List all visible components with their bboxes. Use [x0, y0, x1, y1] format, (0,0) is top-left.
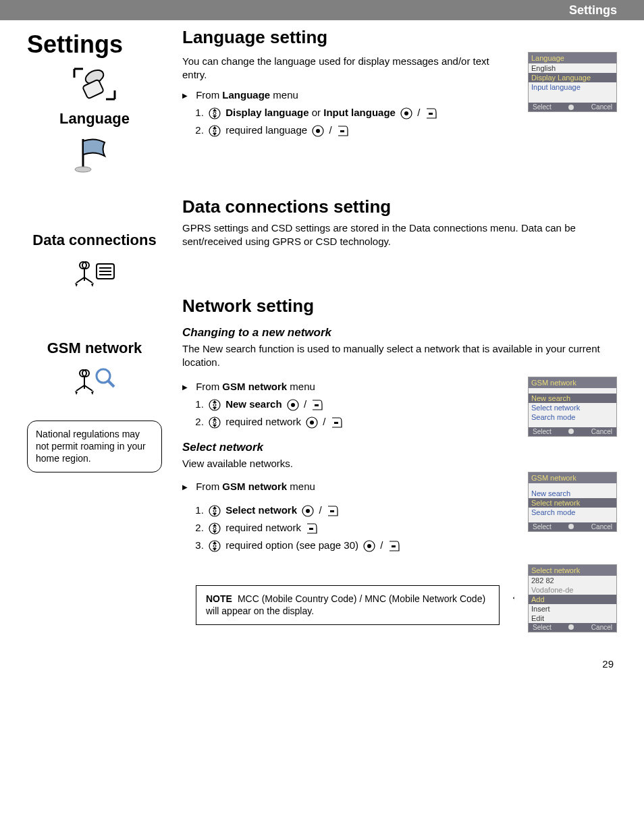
data-connections-section: Data connections setting GPRS settings a… [182, 196, 617, 249]
sidebar-language-label: Language [27, 110, 162, 128]
language-screenshot: Language English Display Language Input … [528, 52, 617, 112]
svg-marker-61 [213, 541, 217, 544]
nav-updown-icon [208, 398, 221, 412]
select-network-steps: Select network / required network [182, 502, 514, 555]
sidebar-gsm-label: GSM network [27, 340, 162, 357]
nav-updown-icon [208, 522, 221, 535]
center-key-icon [286, 398, 300, 412]
data-body: GPRS settings and CSD settings are store… [182, 221, 617, 249]
select-network-body: View available networks. [182, 457, 514, 470]
softkey-icon [425, 107, 438, 120]
header-title: Settings [569, 3, 617, 18]
center-key-icon [305, 416, 319, 429]
softkey-icon [305, 522, 319, 535]
new-search-step-1: New search / [207, 396, 514, 414]
svg-marker-57 [213, 531, 217, 533]
center-key-icon [363, 539, 376, 553]
main-content: Language setting You can change the lang… [162, 20, 617, 632]
language-section: Language setting You can change the lang… [182, 27, 617, 149]
svg-point-37 [213, 404, 216, 406]
language-step-1: Display language or Input language / [207, 105, 514, 122]
svg-rect-33 [340, 130, 344, 132]
language-from-line: From Language menu [182, 89, 514, 101]
changing-network-body: The New search function is used to manua… [182, 342, 617, 370]
svg-rect-40 [315, 404, 319, 406]
svg-point-39 [291, 403, 295, 407]
network-heading: Network setting [182, 296, 617, 317]
network-screenshots-column: GSM network New search Select network Se… [528, 377, 617, 540]
center-key-icon [311, 124, 325, 138]
center-key-icon [400, 107, 413, 120]
svg-marker-7 [75, 283, 78, 287]
gsm-screenshot-1: GSM network New search Select network Se… [528, 377, 617, 437]
svg-point-25 [404, 111, 408, 115]
changing-network-title: Changing to a new network [182, 326, 617, 340]
gsm-screenshot-2: GSM network New search Select network Se… [528, 472, 617, 532]
svg-point-53 [306, 509, 310, 513]
gsm-from-line-2: From GSM network menu [182, 481, 514, 492]
sidebar-data-label: Data connections [27, 232, 162, 249]
svg-point-3 [75, 167, 91, 172]
svg-rect-59 [309, 528, 313, 530]
softkey-icon [330, 416, 344, 429]
flag-icon [27, 130, 162, 178]
softkey-icon [336, 124, 350, 138]
svg-marker-8 [91, 283, 94, 287]
svg-marker-29 [213, 133, 217, 136]
sidebar-language-block: Language [27, 60, 162, 178]
svg-marker-35 [213, 400, 217, 403]
data-connections-icon [27, 252, 162, 299]
language-heading: Language setting [182, 27, 617, 48]
nav-updown-icon [208, 107, 221, 120]
roaming-callout: National regulations may not permit roam… [27, 421, 162, 472]
svg-marker-56 [213, 524, 217, 526]
svg-line-19 [108, 381, 114, 387]
svg-marker-49 [213, 506, 217, 509]
svg-rect-54 [330, 510, 334, 512]
svg-marker-21 [213, 109, 217, 111]
language-intro: You can change the language used for dis… [182, 55, 514, 82]
svg-rect-1 [82, 79, 104, 99]
svg-marker-28 [213, 126, 217, 129]
nav-updown-icon [208, 124, 221, 138]
softkey-icon [387, 539, 401, 553]
svg-point-65 [367, 544, 371, 548]
new-search-steps: New search / required network / [182, 396, 514, 431]
language-steps: Display language or Input language / req… [182, 105, 514, 140]
svg-point-51 [213, 510, 216, 512]
note-box: NOTEMCC (Mobile Country Code) / MNC (Mob… [196, 585, 500, 626]
softkey-icon [326, 504, 340, 518]
svg-point-44 [213, 421, 216, 424]
select-network-title: Select network [182, 441, 514, 454]
note-label: NOTE [206, 593, 232, 604]
nav-updown-icon [208, 416, 221, 429]
sidebar: Settings Language Data connect [27, 20, 162, 632]
language-step-2: required language / [207, 122, 514, 140]
settings-phone-icon [27, 60, 162, 107]
svg-marker-43 [213, 425, 217, 427]
sidebar-title: Settings [27, 30, 162, 59]
gsm-network-icon [27, 360, 162, 407]
header-bar: Settings [0, 0, 644, 20]
page-number: 29 [602, 658, 614, 670]
svg-marker-16 [75, 391, 78, 395]
nav-updown-icon [208, 504, 221, 518]
new-search-step-2: required network / [207, 414, 514, 431]
svg-rect-26 [429, 113, 433, 115]
svg-rect-47 [334, 422, 338, 424]
svg-marker-36 [213, 407, 217, 410]
svg-point-63 [213, 545, 216, 547]
note-screenshot: Select network 282 82 Vodafone-de Add In… [528, 564, 617, 632]
data-heading: Data connections setting [182, 196, 617, 217]
network-section: Network setting Changing to a new networ… [182, 296, 617, 632]
arrow-right-icon [513, 594, 514, 602]
svg-point-32 [316, 129, 320, 133]
center-key-icon [301, 504, 315, 518]
svg-point-30 [213, 130, 216, 132]
nav-updown-icon [208, 539, 221, 553]
svg-point-46 [310, 421, 314, 425]
note-text: MCC (Mobile Country Code) / MNC (Mobile … [206, 593, 485, 617]
sidebar-data-block: Data connections [27, 232, 162, 299]
svg-point-23 [213, 112, 216, 115]
svg-point-58 [213, 527, 216, 530]
